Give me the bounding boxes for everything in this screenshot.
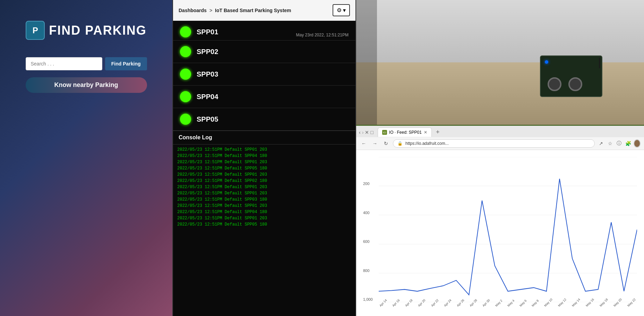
tab-favicon: IO	[382, 130, 387, 135]
middle-panel: Dashboards > IoT Based Smart Parking Sys…	[172, 0, 356, 316]
console-log-row: 2022/05/23 12:51PM Default SPP01 203	[173, 172, 355, 178]
y-axis-label: 200	[363, 182, 379, 186]
browser-nav-bar: ← → ↻ 🔒 https://io.adafruit.com... ↗ ☆ ⓘ…	[356, 137, 644, 150]
back-button[interactable]: ←	[360, 139, 368, 148]
chart-container: 1,000800600400200 Apr 14Ap	[363, 157, 637, 313]
new-tab-button[interactable]: +	[433, 127, 443, 137]
spp-label-02: SPP02	[197, 48, 218, 56]
bookmark-icon[interactable]: ☆	[607, 140, 613, 147]
refresh-button[interactable]: ↻	[382, 139, 390, 148]
know-nearby-button[interactable]: Know nearby Parking	[26, 77, 147, 93]
chart-svg-area	[379, 157, 637, 302]
console-log-row: 2022/05/23 12:51PM Default SPP02 180	[173, 178, 355, 184]
browser-tab-active[interactable]: IO IO · Feed: SPP01 ✕	[378, 128, 432, 137]
tab-close-button[interactable]: ✕	[424, 130, 427, 135]
y-axis-label: 400	[363, 211, 379, 215]
spp-item-04[interactable]: SPP04	[173, 86, 355, 108]
spp-label-04: SPP04	[197, 93, 218, 101]
y-axis-labels: 1,000800600400200	[363, 157, 379, 302]
status-indicator-04	[180, 91, 191, 102]
browser-window: ‹ › ✕ □ IO IO · Feed: SPP01 ✕ + ← → ↻ 🔒 …	[356, 125, 644, 316]
tab-back-icon[interactable]: ‹	[359, 130, 361, 135]
hardware-photo	[356, 0, 644, 125]
search-area: Find Parking	[26, 57, 147, 70]
tab-title: IO · Feed: SPP01	[389, 130, 422, 135]
profile-icon[interactable]	[634, 140, 641, 147]
tab-forward-icon[interactable]: ›	[362, 130, 364, 135]
chart-svg	[379, 157, 637, 302]
y-axis-label: 600	[363, 239, 379, 244]
console-log-row: 2022/05/23 12:51PM Default SPP01 203	[173, 184, 355, 190]
photo-bg	[356, 0, 644, 125]
logo-area: P FIND PARKING	[26, 21, 146, 40]
console-log-row: 2022/05/23 12:51PM Default SPP01 203	[173, 203, 355, 209]
url-text: https://io.adafruit.com...	[405, 141, 449, 146]
x-axis-labels: Apr 14Apr 16Apr 18Apr 20Apr 22Apr 24Apr …	[379, 302, 637, 313]
address-bar[interactable]: 🔒 https://io.adafruit.com...	[393, 139, 595, 148]
console-log-row: 2022/05/23 12:51PM Default SPP01 203	[173, 190, 355, 196]
spp-label-05: SPP05	[197, 115, 218, 123]
avatar	[634, 139, 641, 148]
settings-button[interactable]: ⚙ ▾	[333, 4, 350, 16]
info-icon[interactable]: ⓘ	[616, 140, 622, 147]
spp-list: SPP01 May 23rd 2022, 12:51:21PM SPP02 SP…	[173, 21, 355, 131]
status-indicator-01	[180, 26, 191, 37]
console-body[interactable]: 2022/05/23 12:51PM Default SPP01 2032022…	[173, 144, 355, 316]
dashboard-header: Dashboards > IoT Based Smart Parking Sys…	[173, 0, 355, 21]
logo-icon: P	[26, 21, 45, 40]
console-log-row: 2022/05/23 12:51PM Default SPP04 180	[173, 209, 355, 215]
status-indicator-05	[180, 114, 191, 125]
console-log-row: 2022/05/23 12:51PM Default SPP05 180	[173, 165, 355, 172]
tab-close-window-icon[interactable]: ✕	[365, 130, 369, 135]
tab-maximize-icon[interactable]: □	[370, 130, 373, 135]
console-header: Console Log	[173, 131, 355, 144]
spp-item-03[interactable]: SPP03	[173, 63, 355, 86]
console-log-row: 2022/05/23 12:51PM Default SPP03 180	[173, 196, 355, 203]
spp-item-02[interactable]: SPP02	[173, 41, 355, 63]
chevron-down-icon: ▾	[343, 7, 346, 14]
console-log-row: 2022/05/23 12:51PM Default SPP01 203	[173, 147, 355, 153]
y-axis-label: 1,000	[363, 297, 379, 301]
breadcrumb-root[interactable]: Dashboards	[179, 8, 207, 13]
breadcrumb-current: IoT Based Smart Parking System	[215, 8, 291, 13]
forward-button[interactable]: →	[371, 139, 379, 148]
lock-icon: 🔒	[397, 141, 403, 146]
breadcrumb-separator: >	[209, 8, 212, 13]
console-log-row: 2022/05/23 12:51PM Default SPP01 203	[173, 215, 355, 221]
find-parking-button[interactable]: Find Parking	[105, 57, 147, 70]
spp-timestamp-01: May 23rd 2022, 12:51:21PM	[296, 33, 349, 37]
chart-area: 1,000800600400200 Apr 14Ap	[356, 150, 644, 316]
search-input[interactable]	[26, 57, 102, 70]
breadcrumb: Dashboards > IoT Based Smart Parking Sys…	[179, 8, 291, 13]
browser-tabs-bar: ‹ › ✕ □ IO IO · Feed: SPP01 ✕ +	[356, 126, 644, 137]
left-panel: P FIND PARKING Find Parking Know nearby …	[0, 0, 172, 316]
spp-item-05[interactable]: SPP05	[173, 108, 355, 131]
console-log-row: 2022/05/23 12:51PM Default SPP01 203	[173, 159, 355, 165]
console-log-row: 2022/05/23 12:51PM Default SPP04 180	[173, 153, 355, 159]
spp-label-03: SPP03	[197, 70, 218, 78]
console-section: Console Log 2022/05/23 12:51PM Default S…	[173, 131, 355, 316]
gear-icon: ⚙	[337, 7, 342, 14]
status-indicator-03	[180, 69, 191, 80]
spp-label-01: SPP01	[197, 28, 218, 36]
app-title: FIND PARKING	[49, 23, 146, 38]
status-indicator-02	[180, 46, 191, 57]
spp-item-01[interactable]: SPP01 May 23rd 2022, 12:51:21PM	[173, 21, 355, 41]
right-panel: ‹ › ✕ □ IO IO · Feed: SPP01 ✕ + ← → ↻ 🔒 …	[356, 0, 644, 316]
console-log-row: 2022/05/23 12:51PM Default SPP05 180	[173, 221, 355, 228]
browser-icons: ↗ ☆ ⓘ 🧩	[598, 140, 641, 147]
y-axis-label: 800	[363, 269, 379, 273]
extensions-icon[interactable]: 🧩	[625, 140, 632, 147]
share-icon[interactable]: ↗	[598, 140, 604, 147]
